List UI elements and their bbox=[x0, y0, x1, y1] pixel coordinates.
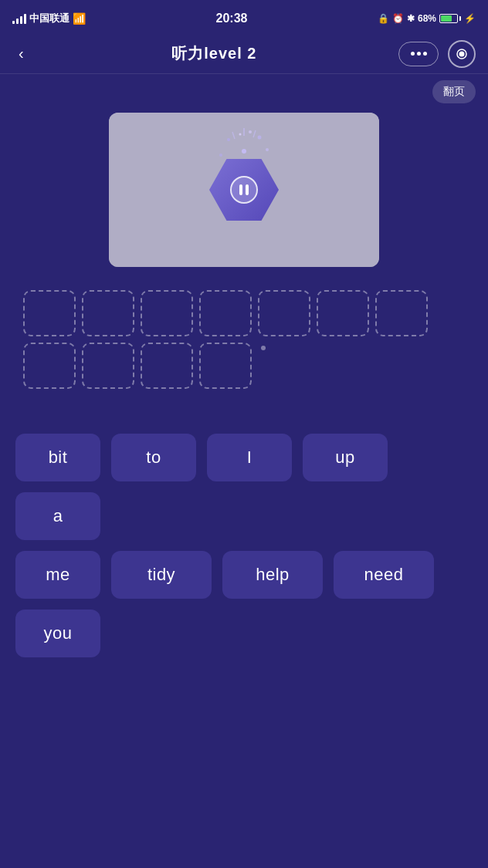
word-options: bit to I up a me tidy help need you bbox=[0, 418, 488, 681]
signal-icon bbox=[12, 14, 26, 24]
slots-row-1 bbox=[23, 290, 465, 336]
word-row-2: me tidy help need bbox=[15, 551, 473, 599]
alarm-icon: ⏰ bbox=[392, 13, 404, 24]
svg-point-7 bbox=[239, 133, 242, 136]
nav-left: ‹ bbox=[12, 42, 30, 66]
svg-line-10 bbox=[232, 132, 235, 139]
slot-4 bbox=[199, 290, 252, 336]
nav-title: 听力level 2 bbox=[171, 43, 256, 64]
word-need[interactable]: need bbox=[334, 551, 434, 599]
word-up[interactable]: up bbox=[303, 434, 388, 481]
word-you[interactable]: you bbox=[15, 610, 100, 657]
slot-8 bbox=[23, 343, 76, 389]
more-button[interactable] bbox=[398, 42, 439, 66]
media-container bbox=[0, 103, 488, 282]
word-tidy[interactable]: tidy bbox=[111, 551, 212, 599]
dot2 bbox=[417, 52, 421, 56]
slots-area bbox=[0, 282, 488, 418]
slot-1 bbox=[23, 290, 76, 336]
media-card[interactable] bbox=[109, 113, 379, 267]
status-time: 20:38 bbox=[216, 12, 248, 25]
sparkles-decoration bbox=[205, 128, 283, 174]
word-row-1: bit to I up a bbox=[15, 434, 473, 540]
word-to[interactable]: to bbox=[111, 434, 196, 481]
record-button[interactable] bbox=[448, 40, 476, 68]
back-button[interactable]: ‹ bbox=[12, 42, 30, 66]
svg-point-5 bbox=[219, 154, 222, 157]
period-dot bbox=[261, 346, 266, 350]
slot-9 bbox=[82, 343, 134, 389]
battery-indicator bbox=[439, 14, 461, 23]
word-me[interactable]: me bbox=[15, 551, 100, 599]
slot-2 bbox=[82, 290, 134, 336]
charging-icon: ⚡ bbox=[464, 13, 476, 24]
status-bar: 中国联通 📶 20:38 🔒 ⏰ ✱ 68% ⚡ bbox=[0, 0, 488, 34]
battery-label: 68% bbox=[418, 13, 436, 24]
bluetooth-icon: ✱ bbox=[407, 13, 415, 24]
slots-row-2 bbox=[23, 343, 465, 389]
flip-page-button[interactable]: 翻页 bbox=[432, 80, 476, 103]
pause-bar-right bbox=[246, 184, 249, 195]
record-icon bbox=[456, 49, 467, 59]
nav-bar: ‹ 听力level 2 bbox=[0, 34, 488, 74]
word-row-3: you bbox=[15, 610, 473, 657]
flip-btn-container: 翻页 bbox=[0, 74, 488, 103]
pause-bar-left bbox=[239, 184, 242, 195]
word-help[interactable]: help bbox=[222, 551, 323, 599]
slot-3 bbox=[141, 290, 193, 336]
slot-6 bbox=[317, 290, 369, 336]
word-I[interactable]: I bbox=[207, 434, 292, 481]
slot-10 bbox=[141, 343, 193, 389]
wifi-icon: 📶 bbox=[73, 12, 86, 25]
dot1 bbox=[411, 52, 415, 56]
word-bit[interactable]: bit bbox=[15, 434, 100, 481]
nav-right bbox=[398, 40, 476, 68]
lock-icon: 🔒 bbox=[378, 13, 389, 24]
svg-point-1 bbox=[459, 51, 465, 56]
svg-point-2 bbox=[242, 149, 246, 154]
status-right: 🔒 ⏰ ✱ 68% ⚡ bbox=[378, 13, 476, 24]
svg-line-11 bbox=[253, 130, 256, 137]
svg-point-8 bbox=[249, 130, 252, 133]
svg-point-4 bbox=[258, 136, 262, 140]
slot-11 bbox=[199, 343, 252, 389]
slot-5 bbox=[258, 290, 310, 336]
dot3 bbox=[423, 52, 427, 56]
word-a[interactable]: a bbox=[15, 492, 100, 540]
status-left: 中国联通 📶 bbox=[12, 12, 86, 25]
slot-7 bbox=[375, 290, 428, 336]
svg-point-3 bbox=[227, 138, 230, 141]
pause-button bbox=[230, 176, 258, 204]
svg-point-6 bbox=[266, 148, 269, 151]
carrier-label: 中国联通 bbox=[29, 12, 69, 25]
